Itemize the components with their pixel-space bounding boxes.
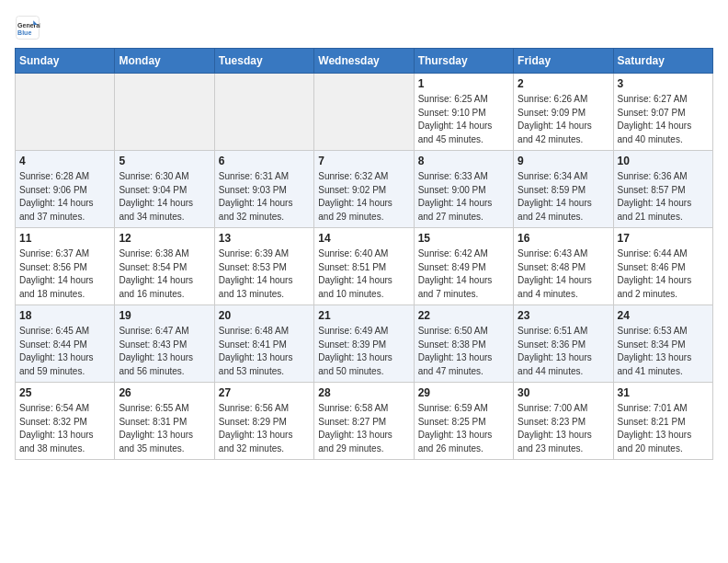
day-info: Sunrise: 6:54 AM Sunset: 8:32 PM Dayligh… [19,402,110,455]
day-info: Sunrise: 6:59 AM Sunset: 8:25 PM Dayligh… [418,402,509,455]
calendar-cell: 30Sunrise: 7:00 AM Sunset: 8:23 PM Dayli… [514,383,613,460]
calendar-week-row: 25Sunrise: 6:54 AM Sunset: 8:32 PM Dayli… [16,383,713,460]
day-number: 25 [19,386,110,399]
calendar-cell: 14Sunrise: 6:40 AM Sunset: 8:51 PM Dayli… [314,228,414,305]
day-info: Sunrise: 7:01 AM Sunset: 8:21 PM Dayligh… [618,402,709,455]
day-info: Sunrise: 6:39 AM Sunset: 8:53 PM Dayligh… [219,247,310,301]
day-info: Sunrise: 6:34 AM Sunset: 8:59 PM Dayligh… [518,170,609,224]
day-info: Sunrise: 6:49 AM Sunset: 8:39 PM Dayligh… [318,325,409,378]
calendar-cell: 26Sunrise: 6:55 AM Sunset: 8:31 PM Dayli… [115,383,214,460]
calendar-cell: 20Sunrise: 6:48 AM Sunset: 8:41 PM Dayli… [214,305,313,383]
calendar-cell: 29Sunrise: 6:59 AM Sunset: 8:25 PM Dayli… [414,383,513,460]
day-number: 20 [219,309,310,322]
day-number: 4 [19,155,110,167]
day-info: Sunrise: 6:30 AM Sunset: 9:04 PM Dayligh… [119,170,210,224]
calendar-cell: 2Sunrise: 6:26 AM Sunset: 9:09 PM Daylig… [514,74,613,151]
day-info: Sunrise: 6:26 AM Sunset: 9:09 PM Dayligh… [518,93,609,146]
calendar-cell [214,74,313,151]
calendar-header-row: SundayMondayTuesdayWednesdayThursdayFrid… [16,49,713,74]
day-info: Sunrise: 6:27 AM Sunset: 9:07 PM Dayligh… [618,93,709,146]
page-header: General Blue [15,15,713,40]
day-number: 1 [418,77,509,90]
day-number: 15 [418,232,509,245]
day-info: Sunrise: 6:25 AM Sunset: 9:10 PM Dayligh… [418,93,509,146]
day-number: 27 [219,386,310,399]
day-number: 16 [518,232,609,245]
calendar-cell [314,74,414,151]
calendar-cell: 19Sunrise: 6:47 AM Sunset: 8:43 PM Dayli… [115,305,214,383]
calendar-day-header: Wednesday [314,49,414,74]
calendar-cell: 17Sunrise: 6:44 AM Sunset: 8:46 PM Dayli… [613,228,712,305]
calendar-cell: 5Sunrise: 6:30 AM Sunset: 9:04 PM Daylig… [115,151,214,228]
calendar-cell: 25Sunrise: 6:54 AM Sunset: 8:32 PM Dayli… [16,383,115,460]
svg-text:Blue: Blue [17,29,31,36]
day-number: 8 [418,155,509,167]
day-info: Sunrise: 6:53 AM Sunset: 8:34 PM Dayligh… [618,325,709,378]
day-number: 17 [618,232,709,245]
day-number: 19 [119,309,210,322]
calendar-cell: 28Sunrise: 6:58 AM Sunset: 8:27 PM Dayli… [314,383,414,460]
calendar-cell: 4Sunrise: 6:28 AM Sunset: 9:06 PM Daylig… [16,151,115,228]
calendar-week-row: 4Sunrise: 6:28 AM Sunset: 9:06 PM Daylig… [16,151,713,228]
day-number: 26 [119,386,210,399]
calendar-table: SundayMondayTuesdayWednesdayThursdayFrid… [15,48,713,460]
calendar-cell: 27Sunrise: 6:56 AM Sunset: 8:29 PM Dayli… [214,383,313,460]
day-number: 5 [119,155,210,167]
calendar-cell: 22Sunrise: 6:50 AM Sunset: 8:38 PM Dayli… [414,305,513,383]
calendar-day-header: Saturday [613,49,712,74]
day-info: Sunrise: 6:31 AM Sunset: 9:03 PM Dayligh… [219,170,310,224]
day-info: Sunrise: 6:38 AM Sunset: 8:54 PM Dayligh… [119,247,210,301]
calendar-cell: 1Sunrise: 6:25 AM Sunset: 9:10 PM Daylig… [414,74,513,151]
calendar-cell: 18Sunrise: 6:45 AM Sunset: 8:44 PM Dayli… [16,305,115,383]
day-info: Sunrise: 6:55 AM Sunset: 8:31 PM Dayligh… [119,402,210,455]
calendar-cell: 23Sunrise: 6:51 AM Sunset: 8:36 PM Dayli… [514,305,613,383]
calendar-cell: 6Sunrise: 6:31 AM Sunset: 9:03 PM Daylig… [214,151,313,228]
calendar-cell [115,74,214,151]
calendar-body: 1Sunrise: 6:25 AM Sunset: 9:10 PM Daylig… [16,74,713,460]
calendar-cell: 24Sunrise: 6:53 AM Sunset: 8:34 PM Dayli… [613,305,712,383]
calendar-day-header: Tuesday [214,49,313,74]
day-number: 13 [219,232,310,245]
day-number: 9 [518,155,609,167]
day-number: 29 [418,386,509,399]
calendar-cell [16,74,115,151]
day-info: Sunrise: 6:47 AM Sunset: 8:43 PM Dayligh… [119,325,210,378]
calendar-cell: 3Sunrise: 6:27 AM Sunset: 9:07 PM Daylig… [613,74,712,151]
calendar-day-header: Sunday [16,49,115,74]
day-info: Sunrise: 6:36 AM Sunset: 8:57 PM Dayligh… [618,170,709,224]
calendar-cell: 12Sunrise: 6:38 AM Sunset: 8:54 PM Dayli… [115,228,214,305]
logo: General Blue [15,15,44,40]
day-number: 24 [618,309,709,322]
day-number: 18 [19,309,110,322]
day-info: Sunrise: 7:00 AM Sunset: 8:23 PM Dayligh… [518,402,609,455]
calendar-cell: 16Sunrise: 6:43 AM Sunset: 8:48 PM Dayli… [514,228,613,305]
calendar-cell: 10Sunrise: 6:36 AM Sunset: 8:57 PM Dayli… [613,151,712,228]
calendar-cell: 21Sunrise: 6:49 AM Sunset: 8:39 PM Dayli… [314,305,414,383]
calendar-cell: 15Sunrise: 6:42 AM Sunset: 8:49 PM Dayli… [414,228,513,305]
day-info: Sunrise: 6:42 AM Sunset: 8:49 PM Dayligh… [418,247,509,301]
day-info: Sunrise: 6:43 AM Sunset: 8:48 PM Dayligh… [518,247,609,301]
calendar-day-header: Monday [115,49,214,74]
calendar-week-row: 18Sunrise: 6:45 AM Sunset: 8:44 PM Dayli… [16,305,713,383]
calendar-cell: 31Sunrise: 7:01 AM Sunset: 8:21 PM Dayli… [613,383,712,460]
day-number: 11 [19,232,110,245]
svg-text:General: General [17,22,40,29]
day-number: 10 [618,155,709,167]
day-info: Sunrise: 6:51 AM Sunset: 8:36 PM Dayligh… [518,325,609,378]
calendar-cell: 13Sunrise: 6:39 AM Sunset: 8:53 PM Dayli… [214,228,313,305]
calendar-cell: 11Sunrise: 6:37 AM Sunset: 8:56 PM Dayli… [16,228,115,305]
day-info: Sunrise: 6:50 AM Sunset: 8:38 PM Dayligh… [418,325,509,378]
day-number: 22 [418,309,509,322]
logo-icon: General Blue [15,15,40,40]
calendar-day-header: Friday [514,49,613,74]
calendar-cell: 8Sunrise: 6:33 AM Sunset: 9:00 PM Daylig… [414,151,513,228]
calendar-cell: 9Sunrise: 6:34 AM Sunset: 8:59 PM Daylig… [514,151,613,228]
day-number: 14 [318,232,409,245]
day-info: Sunrise: 6:56 AM Sunset: 8:29 PM Dayligh… [219,402,310,455]
day-number: 30 [518,386,609,399]
day-info: Sunrise: 6:45 AM Sunset: 8:44 PM Dayligh… [19,325,110,378]
calendar-day-header: Thursday [414,49,513,74]
calendar-cell: 7Sunrise: 6:32 AM Sunset: 9:02 PM Daylig… [314,151,414,228]
day-number: 7 [318,155,409,167]
day-info: Sunrise: 6:40 AM Sunset: 8:51 PM Dayligh… [318,247,409,301]
